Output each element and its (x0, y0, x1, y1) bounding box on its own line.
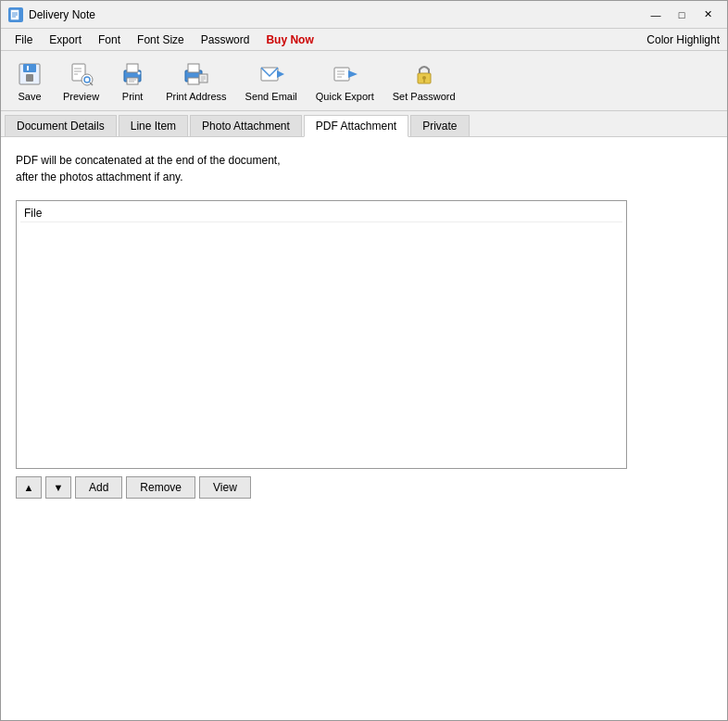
menu-font-size[interactable]: Font Size (131, 31, 191, 49)
svg-marker-31 (348, 70, 358, 78)
svg-point-18 (138, 72, 141, 75)
send-email-label: Send Email (245, 91, 297, 102)
svg-rect-23 (188, 78, 199, 84)
print-address-button[interactable]: Print Address (157, 55, 234, 107)
save-button[interactable]: Save (6, 55, 53, 107)
close-button[interactable]: ✕ (696, 6, 720, 24)
print-label: Print (122, 91, 144, 102)
print-icon (118, 59, 147, 89)
tab-photo-attachment[interactable]: Photo Attachment (190, 115, 302, 136)
save-icon (15, 59, 44, 89)
maximize-button[interactable]: □ (670, 6, 694, 24)
menu-font[interactable]: Font (92, 31, 127, 49)
remove-button[interactable]: Remove (126, 476, 195, 499)
svg-rect-22 (188, 64, 199, 72)
minimize-button[interactable]: — (644, 6, 668, 24)
action-bar: ▲ ▼ Add Remove View (16, 476, 712, 499)
svg-rect-24 (199, 74, 207, 82)
send-email-button[interactable]: Send Email (237, 55, 306, 107)
title-bar: Delivery Note — □ ✕ (1, 1, 727, 29)
main-content: PDF will be concatenated at the end of t… (1, 137, 727, 720)
quick-export-icon (330, 59, 359, 89)
svg-rect-5 (23, 64, 36, 72)
menu-bar: File Export Font Font Size Password Buy … (1, 29, 727, 51)
quick-export-button[interactable]: Quick Export (308, 55, 383, 107)
print-address-label: Print Address (166, 91, 226, 102)
svg-point-36 (422, 76, 426, 80)
tab-pdf-attachment[interactable]: PDF Attachment (304, 115, 408, 137)
preview-icon (67, 59, 96, 89)
tab-private[interactable]: Private (410, 115, 469, 136)
menu-file[interactable]: File (8, 31, 39, 49)
move-up-button[interactable]: ▲ (16, 476, 42, 499)
tab-line-item[interactable]: Line Item (119, 115, 188, 136)
send-email-icon (257, 59, 286, 89)
tab-document-details[interactable]: Document Details (5, 115, 117, 136)
preview-button[interactable]: Preview (55, 55, 107, 107)
title-bar-left: Delivery Note (8, 7, 95, 22)
svg-rect-6 (26, 74, 33, 82)
view-button[interactable]: View (199, 476, 251, 499)
menu-items: File Export Font Font Size Password Buy … (8, 31, 320, 49)
move-down-button[interactable]: ▼ (45, 476, 71, 499)
menu-password[interactable]: Password (195, 31, 257, 49)
window-title: Delivery Note (29, 8, 95, 21)
toolbar: Save Preview (1, 51, 727, 111)
quick-export-label: Quick Export (316, 91, 374, 102)
svg-line-11 (90, 82, 93, 85)
add-button[interactable]: Add (75, 476, 122, 499)
color-highlight-label: Color Highlight (646, 33, 720, 46)
svg-rect-7 (27, 66, 29, 70)
set-password-label: Set Password (393, 91, 456, 102)
preview-label: Preview (63, 91, 99, 102)
file-list[interactable]: File (16, 200, 627, 469)
file-column-header: File (20, 205, 622, 222)
set-password-button[interactable]: Set Password (384, 55, 464, 107)
menu-export[interactable]: Export (43, 31, 88, 49)
print-button[interactable]: Print (109, 55, 156, 107)
pdf-description: PDF will be concatenated at the end of t… (16, 152, 712, 185)
print-address-icon (182, 59, 211, 89)
save-label: Save (18, 91, 41, 102)
set-password-icon (409, 59, 439, 89)
app-window: Delivery Note — □ ✕ File Export Font Fon… (0, 0, 728, 721)
tab-bar: Document Details Line Item Photo Attachm… (1, 111, 727, 137)
menu-buy-now[interactable]: Buy Now (259, 31, 320, 49)
app-icon (8, 7, 23, 22)
svg-marker-29 (277, 70, 284, 78)
svg-rect-16 (127, 64, 138, 72)
window-controls: — □ ✕ (644, 6, 720, 24)
